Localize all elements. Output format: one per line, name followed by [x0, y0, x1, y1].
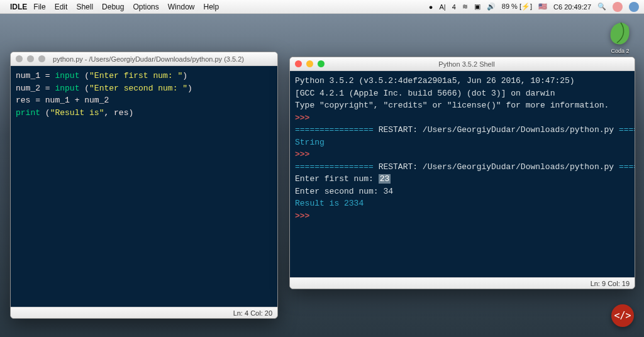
status-input-flag-icon[interactable]: 🇺🇸: [538, 3, 547, 11]
token: (: [40, 108, 50, 118]
token: =: [40, 84, 55, 93]
token: ): [182, 71, 187, 80]
shell-text-area[interactable]: Python 3.5.2 (v3.5.2:4def2a2901a5, Jun 2…: [290, 71, 635, 277]
menu-help[interactable]: Help: [203, 3, 219, 11]
token: Result is 2334: [295, 199, 364, 208]
close-icon[interactable]: [295, 60, 302, 67]
editor-text-area[interactable]: num_1 = input ("Enter first num: ")num_2…: [11, 66, 277, 307]
token: (: [79, 71, 89, 80]
token: +: [70, 96, 84, 105]
token: Python 3.5.2 (v3.5.2:4def2a2901a5, Jun 2…: [295, 76, 575, 86]
editor-cursor-pos: Ln: 4 Col: 20: [233, 309, 272, 317]
status-battery[interactable]: 89 % [⚡]: [502, 3, 532, 11]
status-dot-blue-icon[interactable]: [629, 2, 639, 12]
code-line: num_1 = input ("Enter first num: "): [16, 70, 272, 82]
token: res: [16, 96, 30, 105]
token: [GCC 4.2.1 (Apple Inc. build 5666) (dot …: [295, 89, 555, 98]
token: ): [187, 84, 192, 93]
token: ================: [619, 125, 635, 135]
status-notif-count[interactable]: 4: [452, 3, 456, 11]
code-line: >>>: [295, 210, 630, 223]
editor-title: python.py - /Users/GeorgiyDudar/Download…: [50, 55, 272, 63]
shell-title: Python 3.5.2 Shell: [329, 60, 630, 68]
code-line: Enter second num: 34: [295, 185, 630, 198]
menubar: IDLE File Edit Shell Debug Options Windo…: [0, 0, 644, 14]
token: String: [295, 138, 325, 147]
menu-file[interactable]: File: [33, 3, 45, 11]
shell-statusbar: Ln: 9 Col: 19: [290, 277, 635, 289]
code-line: Python 3.5.2 (v3.5.2:4def2a2901a5, Jun 2…: [295, 75, 630, 87]
menu-shell[interactable]: Shell: [76, 3, 93, 11]
token: input: [55, 84, 79, 93]
code-line: res = num_1 + num_2: [16, 94, 272, 107]
status-dot-pink-icon[interactable]: [613, 2, 623, 12]
code-line: num_2 = input ("Enter second num: "): [16, 82, 272, 95]
desktop-app-icon[interactable]: Coda 2: [605, 20, 635, 58]
token: input: [55, 71, 79, 80]
editor-titlebar[interactable]: python.py - /Users/GeorgiyDudar/Download…: [11, 52, 277, 66]
desktop-app-label: Coda 2: [611, 48, 629, 54]
editor-statusbar: Ln: 4 Col: 20: [11, 307, 277, 318]
status-mic-icon[interactable]: ●: [429, 3, 433, 11]
token: =: [30, 96, 45, 105]
menu-edit[interactable]: Edit: [55, 3, 68, 11]
token: "Enter second num: ": [89, 84, 187, 93]
token: >>>: [295, 150, 309, 159]
zoom-icon[interactable]: [38, 55, 45, 62]
app-name[interactable]: IDLE: [10, 3, 27, 11]
token: "Enter first num: ": [89, 71, 182, 80]
token: 23: [379, 174, 391, 184]
token: 34: [383, 187, 393, 196]
token: >>>: [295, 211, 309, 221]
code-line: >>>: [295, 148, 630, 161]
menu-options[interactable]: Options: [133, 3, 158, 11]
leaf-icon: [607, 20, 633, 47]
token: RESTART: /Users/GeorgiyDudar/Downloads/p…: [374, 162, 619, 172]
code-line: [GCC 4.2.1 (Apple Inc. build 5666) (dot …: [295, 87, 630, 100]
menu-debug[interactable]: Debug: [102, 3, 124, 11]
code-line: Result is 2334: [295, 197, 630, 210]
token: >>>: [295, 113, 309, 123]
menu-window[interactable]: Window: [168, 3, 195, 11]
code-line: >>>: [295, 112, 630, 124]
code-line: ================ RESTART: /Users/Georgiy…: [295, 161, 630, 174]
status-wifi-icon[interactable]: ≋: [462, 3, 468, 11]
token: Enter first num:: [295, 174, 379, 184]
shell-cursor-pos: Ln: 9 Col: 19: [591, 280, 630, 287]
token: num_1: [16, 71, 40, 80]
brand-badge-icon: </>: [611, 304, 634, 327]
code-line: Type "copyright", "credits" or "license(…: [295, 99, 630, 112]
token: ================: [295, 125, 374, 135]
token: "Result is": [50, 108, 104, 118]
token: num_1: [45, 96, 70, 105]
shell-titlebar[interactable]: Python 3.5.2 Shell: [290, 57, 635, 71]
status-adobe-icon[interactable]: A|: [439, 3, 445, 11]
editor-window: python.py - /Users/GeorgiyDudar/Download…: [10, 52, 278, 319]
zoom-icon[interactable]: [318, 60, 325, 67]
code-line: Enter first num: 23: [295, 173, 630, 185]
token: num_2: [84, 96, 109, 105]
token: (: [79, 84, 89, 93]
token: print: [16, 108, 40, 118]
code-line: String: [295, 136, 630, 149]
token: ================: [619, 162, 635, 172]
minimize-icon[interactable]: [27, 55, 34, 62]
token: num_2: [16, 84, 40, 93]
status-search-icon[interactable]: 🔍: [597, 3, 606, 11]
token: , res): [104, 108, 133, 118]
status-volume-icon[interactable]: 🔊: [487, 3, 496, 11]
token: ================: [295, 162, 374, 172]
minimize-icon[interactable]: [306, 60, 313, 67]
brand-text: </>: [614, 310, 631, 321]
token: RESTART: /Users/GeorgiyDudar/Downloads/p…: [374, 125, 619, 135]
code-line: ================ RESTART: /Users/Georgiy…: [295, 124, 630, 136]
status-clock[interactable]: С6 20:49:27: [553, 3, 591, 11]
status-display-icon[interactable]: ▣: [474, 3, 480, 11]
shell-window: Python 3.5.2 Shell Python 3.5.2 (v3.5.2:…: [289, 57, 635, 289]
token: Type "copyright", "credits" or "license(…: [295, 101, 609, 110]
close-icon[interactable]: [16, 55, 23, 62]
token: Enter second num:: [295, 187, 383, 196]
token: =: [40, 71, 55, 80]
code-line: print ("Result is", res): [16, 107, 272, 119]
